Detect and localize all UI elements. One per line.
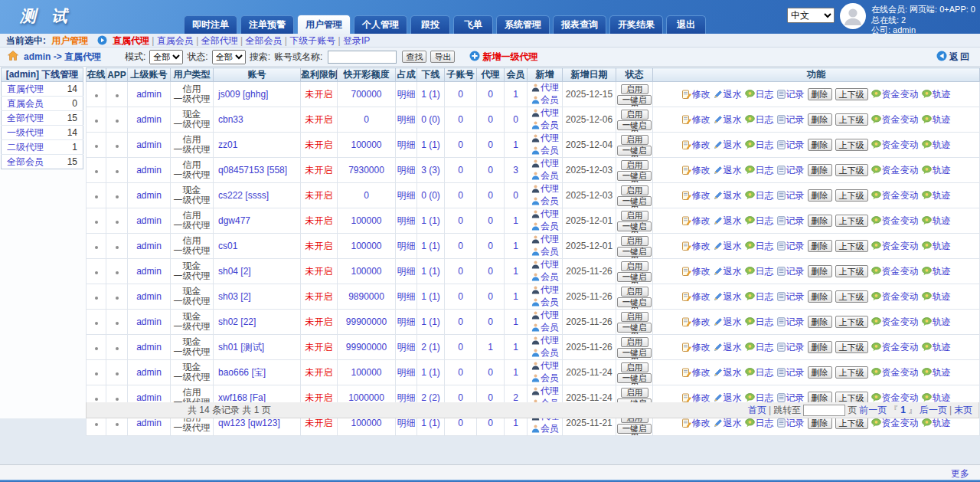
rebate-link[interactable]: 退水 bbox=[724, 190, 742, 201]
hierarchy-button[interactable]: 上下级 bbox=[835, 341, 868, 353]
agent-count[interactable]: 0 bbox=[477, 183, 505, 208]
agent-count[interactable]: 0 bbox=[477, 360, 505, 385]
funds-change-link[interactable]: 资金变动 bbox=[882, 316, 919, 327]
add-agent-link[interactable]: 代理 bbox=[541, 234, 559, 244]
share-detail-link[interactable]: 明细 bbox=[396, 360, 417, 385]
one-key-enable-button[interactable]: 一键启用 bbox=[617, 323, 652, 333]
funds-change-link[interactable]: 资金变动 bbox=[882, 165, 919, 175]
add-agent-link[interactable]: 代理 bbox=[541, 360, 559, 371]
tab-personal-management[interactable]: 个人管理 bbox=[354, 15, 407, 34]
add-agent-link[interactable]: 代理 bbox=[541, 259, 559, 270]
add-agent-link[interactable]: 代理 bbox=[541, 82, 559, 93]
delete-button[interactable]: 删除 bbox=[808, 316, 832, 328]
record-link[interactable]: 记录 bbox=[786, 114, 805, 125]
quick-lottery-quota-value[interactable]: 100000 bbox=[338, 208, 396, 234]
breadcrumb-link-sub-accounts[interactable]: 下级子账号 bbox=[289, 35, 335, 46]
sidebar-item-direct-agents[interactable]: 直属代理 bbox=[7, 84, 44, 94]
record-link[interactable]: 记录 bbox=[786, 418, 805, 428]
member-count[interactable]: 0 bbox=[505, 107, 528, 133]
funds-change-link[interactable]: 资金变动 bbox=[882, 392, 919, 403]
parent-account-link[interactable]: admin bbox=[128, 208, 171, 234]
edit-link[interactable]: 修改 bbox=[692, 418, 710, 428]
account-link[interactable]: sh03 [2] bbox=[214, 284, 301, 310]
quick-lottery-quota-value[interactable]: 100000 bbox=[338, 133, 396, 158]
agent-count[interactable]: 0 bbox=[477, 310, 505, 335]
edit-link[interactable]: 修改 bbox=[692, 89, 710, 100]
edit-link[interactable]: 修改 bbox=[692, 215, 710, 226]
quick-lottery-quota-value[interactable]: 0 bbox=[338, 107, 396, 133]
one-key-enable-button[interactable]: 一键启用 bbox=[617, 120, 652, 130]
enable-button[interactable]: 启用 bbox=[621, 337, 648, 347]
one-key-enable-button[interactable]: 一键启用 bbox=[617, 196, 652, 206]
downline-count[interactable]: 1 (1) bbox=[417, 208, 445, 234]
export-button[interactable]: 导出 bbox=[430, 51, 455, 63]
rebate-link[interactable]: 退水 bbox=[724, 241, 742, 251]
account-link[interactable]: bao666 [宝] bbox=[214, 360, 301, 385]
member-count[interactable]: 1 bbox=[505, 284, 528, 310]
sidebar-item-level2-agents[interactable]: 二级代理 bbox=[7, 142, 44, 152]
downline-count[interactable]: 1 (1) bbox=[417, 310, 445, 335]
enable-button[interactable]: 启用 bbox=[621, 185, 648, 195]
enable-button[interactable]: 启用 bbox=[621, 261, 648, 271]
rebate-link[interactable]: 退水 bbox=[724, 392, 742, 403]
add-agent-link[interactable]: 代理 bbox=[541, 158, 559, 169]
enable-button[interactable]: 启用 bbox=[621, 211, 648, 221]
downline-count[interactable]: 2 (1) bbox=[417, 335, 445, 360]
share-detail-link[interactable]: 明细 bbox=[396, 335, 417, 360]
sub-account-count[interactable]: 0 bbox=[445, 208, 477, 234]
account-link[interactable]: sh01 [测试] bbox=[214, 335, 301, 360]
quick-lottery-quota-value[interactable]: 700000 bbox=[338, 82, 396, 107]
agent-count[interactable]: 0 bbox=[477, 82, 505, 107]
downline-count[interactable]: 1 (1) bbox=[417, 234, 445, 259]
trail-link[interactable]: 轨迹 bbox=[933, 165, 951, 175]
one-key-enable-button[interactable]: 一键启用 bbox=[617, 373, 652, 383]
record-link[interactable]: 记录 bbox=[786, 392, 805, 403]
quick-lottery-quota-value[interactable]: 99900000 bbox=[338, 310, 396, 335]
delete-button[interactable]: 删除 bbox=[808, 139, 832, 151]
sidebar-item-direct-members[interactable]: 直属会员 bbox=[7, 98, 44, 109]
trail-link[interactable]: 轨迹 bbox=[933, 367, 951, 378]
delete-button[interactable]: 删除 bbox=[808, 366, 832, 379]
sub-account-count[interactable]: 0 bbox=[445, 310, 477, 335]
log-link[interactable]: 日志 bbox=[756, 165, 774, 175]
rebate-link[interactable]: 退水 bbox=[724, 342, 742, 352]
trail-link[interactable]: 轨迹 bbox=[933, 291, 951, 302]
log-link[interactable]: 日志 bbox=[756, 114, 774, 125]
sub-account-count[interactable]: 0 bbox=[445, 284, 477, 310]
member-count[interactable]: 3 bbox=[505, 158, 528, 183]
record-link[interactable]: 记录 bbox=[786, 241, 805, 251]
delete-button[interactable]: 删除 bbox=[808, 215, 832, 227]
one-key-enable-button[interactable]: 一键启用 bbox=[617, 221, 652, 231]
agent-count[interactable]: 0 bbox=[477, 234, 505, 259]
member-count[interactable]: 1 bbox=[505, 310, 528, 335]
edit-link[interactable]: 修改 bbox=[692, 241, 710, 251]
sub-account-count[interactable]: 0 bbox=[445, 335, 477, 360]
member-count[interactable]: 1 bbox=[505, 82, 528, 107]
parent-account-link[interactable]: admin bbox=[128, 335, 171, 360]
share-detail-link[interactable]: 明细 bbox=[396, 208, 417, 234]
parent-account-link[interactable]: admin bbox=[128, 259, 171, 284]
trail-link[interactable]: 轨迹 bbox=[933, 392, 951, 403]
funds-change-link[interactable]: 资金变动 bbox=[882, 342, 919, 352]
enable-button[interactable]: 启用 bbox=[621, 388, 648, 398]
one-key-enable-button[interactable]: 一键启用 bbox=[617, 95, 652, 105]
edit-link[interactable]: 修改 bbox=[692, 190, 710, 201]
add-member-link[interactable]: 会员 bbox=[541, 120, 559, 130]
one-key-enable-button[interactable]: 一键启用 bbox=[617, 272, 652, 282]
quick-lottery-quota-value[interactable]: 9890000 bbox=[338, 284, 396, 310]
edit-link[interactable]: 修改 bbox=[692, 291, 710, 302]
log-link[interactable]: 日志 bbox=[756, 291, 774, 302]
hierarchy-button[interactable]: 上下级 bbox=[835, 265, 868, 277]
log-link[interactable]: 日志 bbox=[756, 89, 774, 100]
one-key-enable-button[interactable]: 一键启用 bbox=[617, 171, 652, 181]
funds-change-link[interactable]: 资金变动 bbox=[882, 418, 919, 428]
tab-follow-bet[interactable]: 跟投 bbox=[410, 15, 450, 34]
rebate-link[interactable]: 退水 bbox=[724, 316, 742, 327]
breadcrumb-link-direct-agents[interactable]: 直属代理 bbox=[113, 35, 149, 46]
account-link[interactable]: js009 [ghhg] bbox=[214, 82, 301, 107]
account-link[interactable]: cbn33 bbox=[214, 107, 301, 133]
one-key-enable-button[interactable]: 一键启用 bbox=[617, 247, 652, 257]
funds-change-link[interactable]: 资金变动 bbox=[882, 241, 919, 251]
add-member-link[interactable]: 会员 bbox=[541, 221, 559, 231]
account-link[interactable]: q08457153 [558] bbox=[214, 158, 301, 183]
